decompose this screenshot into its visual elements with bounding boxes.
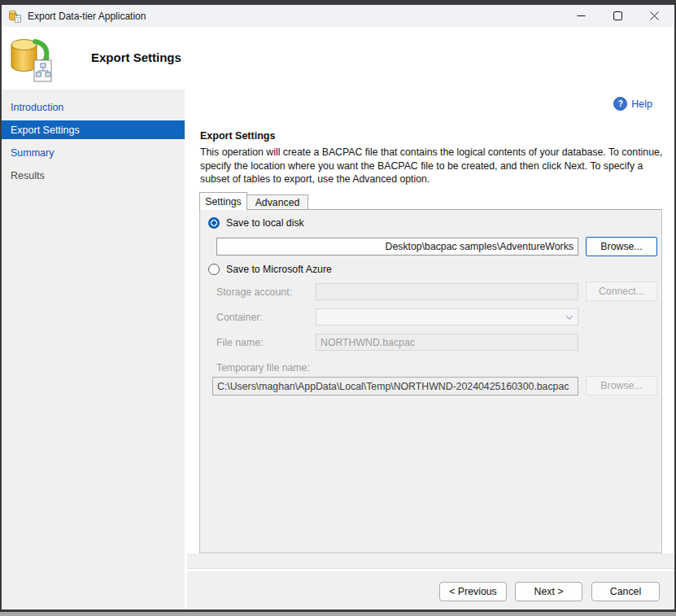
save-to-local-disk-radio[interactable]: Save to local disk: [208, 217, 304, 229]
minimize-icon: [577, 11, 586, 20]
tab-advanced[interactable]: Advanced: [247, 194, 308, 210]
app-database-export-icon: [8, 10, 22, 23]
section-description: This operation will create a BACPAC file…: [200, 146, 667, 186]
local-path-value: Desktop\bacpac samples\AdventureWorks: [386, 241, 574, 252]
button-label: Connect...: [599, 286, 644, 297]
window-controls: [563, 5, 673, 27]
button-label: Next >: [534, 586, 564, 597]
wizard-page-title: Export Settings: [91, 50, 181, 64]
radio-selected-icon: [208, 217, 220, 229]
wizard-steps-sidebar: Introduction Export Settings Summary Res…: [2, 90, 185, 609]
radio-unselected-icon: [208, 264, 220, 275]
container-label: Container:: [216, 312, 263, 323]
storage-account-label: Storage account:: [216, 286, 292, 298]
window-frame: Export Data-tier Application: [2, 5, 674, 609]
window-title: Export Data-tier Application: [28, 11, 146, 22]
sidebar-item-results[interactable]: Results: [2, 167, 185, 185]
window-shadow: [0, 612, 676, 616]
sidebar-item-label: Results: [11, 170, 45, 181]
sidebar-item-label: Introduction: [11, 102, 63, 113]
sidebar-item-label: Summary: [11, 147, 54, 159]
sidebar-item-label: Export Settings: [11, 125, 80, 136]
radio-label: Save to Microsoft Azure: [226, 264, 332, 275]
previous-button[interactable]: < Previous: [439, 582, 507, 601]
radio-label: Save to local disk: [226, 217, 304, 229]
help-link[interactable]: ? Help: [613, 97, 652, 111]
close-icon: [650, 11, 659, 20]
save-to-azure-radio[interactable]: Save to Microsoft Azure: [208, 264, 332, 275]
sidebar-item-introduction[interactable]: Introduction: [2, 98, 185, 116]
storage-account-input: [316, 283, 578, 300]
button-label: Cancel: [610, 586, 641, 597]
button-label: < Previous: [449, 586, 496, 597]
tab-settings[interactable]: Settings: [199, 192, 247, 210]
tab-label: Advanced: [255, 197, 300, 208]
sidebar-item-export-settings[interactable]: Export Settings: [2, 120, 185, 139]
wizard-page-content: ? Help Export Settings This operation wi…: [187, 90, 674, 609]
temporary-file-name-label: Temporary file name:: [216, 362, 310, 374]
tab-label: Settings: [205, 196, 241, 208]
section-heading: Export Settings: [200, 130, 275, 142]
button-label: Browse...: [600, 380, 642, 391]
file-name-label: File name:: [216, 337, 263, 348]
cancel-button[interactable]: Cancel: [591, 582, 660, 601]
maximize-button[interactable]: [600, 5, 636, 27]
file-name-value: NORTHWND.bacpac: [321, 337, 415, 348]
wizard-header: Export Settings: [2, 27, 674, 90]
chevron-down-icon: [565, 315, 574, 320]
connect-button: Connect...: [586, 282, 657, 301]
export-data-tier-application-window: Export Data-tier Application: [0, 0, 676, 616]
settings-tab-panel: Save to local disk Desktop\bacpac sample…: [199, 209, 662, 553]
local-browse-button[interactable]: Browse...: [586, 237, 657, 256]
next-button[interactable]: Next >: [515, 582, 582, 601]
container-dropdown: [316, 308, 578, 325]
maximize-icon: [613, 11, 622, 20]
export-bacpac-icon: [8, 36, 55, 86]
titlebar: Export Data-tier Application: [2, 5, 674, 27]
sidebar-item-summary[interactable]: Summary: [2, 144, 185, 162]
file-name-input: NORTHWND.bacpac: [316, 334, 578, 351]
minimize-button[interactable]: [563, 5, 600, 27]
button-label: Browse...: [600, 241, 642, 252]
temporary-file-name-value: C:\Users\maghan\AppData\Local\Temp\NORTH…: [217, 381, 569, 392]
footer-divider: [187, 568, 674, 571]
temporary-file-name-input: C:\Users\maghan\AppData\Local\Temp\NORTH…: [212, 377, 578, 395]
help-icon: ?: [613, 97, 627, 111]
close-button[interactable]: [636, 5, 673, 27]
local-path-input[interactable]: Desktop\bacpac samples\AdventureWorks: [216, 238, 578, 256]
temporary-browse-button: Browse...: [586, 376, 657, 395]
help-label: Help: [631, 98, 652, 110]
